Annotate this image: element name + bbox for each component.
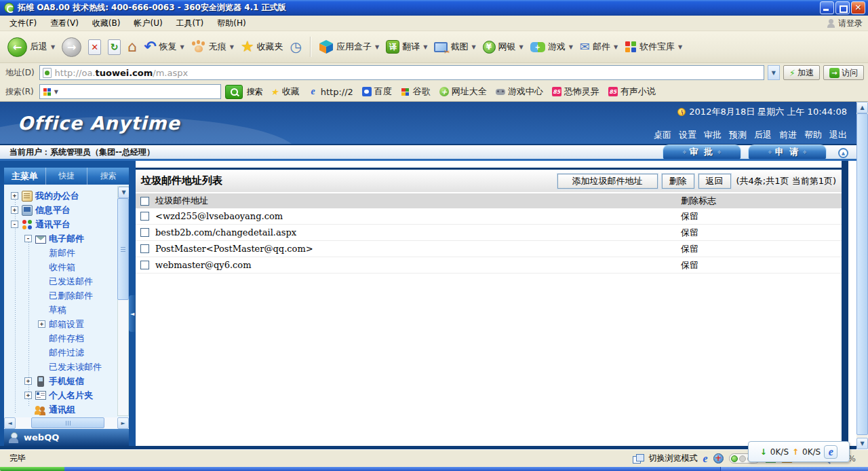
tree-item[interactable]: 收件箱 [4,260,116,274]
menu-item[interactable]: 帐户(U) [130,16,172,31]
tree-item-label[interactable]: 电子邮件 [49,233,84,245]
sidebar-vertical-scrollbar[interactable]: ▲ ▼ [117,186,129,416]
search-go-button[interactable] [225,85,243,99]
start-button-edge[interactable] [0,467,64,471]
tab-shortcuts[interactable]: 快捷 [46,168,88,185]
banner-link[interactable]: 预测 [729,129,747,141]
delete-button[interactable]: 删除 [662,174,694,189]
translate-button[interactable]: 译 翻译▼ [382,38,431,56]
add-spam-address-button[interactable]: 添加垃圾邮件地址 [557,174,658,189]
scroll-down-icon[interactable]: ▼ [856,438,868,449]
refresh-button[interactable]: ↻ [104,37,124,57]
accelerate-button[interactable]: ⚡加速 [783,65,820,80]
tree-item-label[interactable]: 邮件过滤 [49,347,84,359]
tree-expander-icon[interactable]: + [38,320,45,328]
sidebar-horizontal-scrollbar[interactable]: ◄ ► [4,417,129,429]
tree-expander-icon[interactable]: + [24,392,32,399]
quick-link[interactable]: 游戏中心 [496,86,543,98]
chevron-down-icon[interactable]: ▼ [471,44,475,50]
banner-link[interactable]: 审批 [704,129,722,141]
favorites-button[interactable]: ★ 收藏夹 [237,37,287,56]
tree-item[interactable]: 已发送邮件 [4,274,116,288]
banner-link[interactable]: 退出 [829,129,847,141]
incognito-button[interactable]: 无痕▼ [188,38,237,56]
tree-expander-icon[interactable]: + [11,192,18,200]
quick-link[interactable]: http://2 [309,87,353,97]
ie-engine-icon[interactable]: e [703,454,708,464]
chevron-down-icon[interactable]: ▼ [54,89,58,95]
browse-mode-icon[interactable] [633,454,644,463]
apply-tab-button[interactable]: 申 请 [748,145,827,159]
banner-link[interactable]: 桌面 [654,129,671,141]
tree-item-label[interactable]: 草稿 [49,304,66,316]
tree-item[interactable]: 邮件存档 [4,331,116,345]
chevron-down-icon[interactable]: ▼ [180,44,184,50]
tree-item-label[interactable]: 信息平台 [35,204,71,216]
netbank-button[interactable]: ¥ 网银▼ [479,39,527,56]
return-button[interactable]: 返回 [698,174,731,189]
search-button-label[interactable]: 搜索 [247,86,263,98]
tree-item[interactable]: 通讯组 [4,402,116,417]
scrollbar-thumb[interactable] [31,417,104,428]
browse-mode-label[interactable]: 切换浏览模式 [649,453,698,464]
tree-item[interactable]: + 个人名片夹 [4,388,116,402]
quick-link[interactable]: 谷歌 [401,86,431,98]
tree-item-label[interactable]: 邮箱设置 [49,318,84,331]
tab-search[interactable]: 搜索 [87,168,129,185]
scroll-right-icon[interactable]: ► [117,417,129,429]
banner-link[interactable]: 前进 [779,129,797,141]
tree-item-label[interactable]: 通讯平台 [35,219,71,231]
scrollbar-thumb[interactable] [117,198,129,300]
games-button[interactable]: + 游戏▼ [527,39,576,55]
login-link[interactable]: 请登录 [827,18,863,29]
home-button[interactable]: ⌂ [124,37,140,56]
browser-vertical-scrollbar[interactable]: ▲ ▼ [856,102,868,449]
tree-item[interactable]: 已发未读邮件 [4,360,116,374]
row-checkbox[interactable] [140,244,149,253]
chevron-down-icon[interactable]: ▼ [519,44,524,50]
banner-link[interactable]: 帮助 [804,129,822,141]
forward-button[interactable]: → [58,35,85,59]
scrollbar-thumb[interactable] [856,113,868,435]
chevron-down-icon[interactable]: ▼ [569,44,573,50]
approve-tab-button[interactable]: 审 批 [663,145,741,159]
tree-item[interactable]: + 信息平台 [4,203,116,217]
menu-item[interactable]: 文件(F) [5,16,46,31]
collapse-up-button[interactable]: ▲ [838,148,848,158]
sidebar-collapse-handle[interactable]: ◄ [129,295,136,332]
banner-link[interactable]: 设置 [679,129,696,141]
webqq-bar[interactable]: webQQ [4,429,129,446]
tree-item-label[interactable]: 已发未读邮件 [49,361,102,373]
close-button[interactable] [851,1,865,14]
tree-item-label[interactable]: 个人名片夹 [49,390,93,402]
tree-item[interactable]: - 通讯平台 [4,217,116,231]
tree-item-label[interactable]: 手机短信 [49,375,84,388]
row-checkbox[interactable] [140,261,149,269]
restore-session-button[interactable]: ↶ 恢复▼ [140,37,188,56]
tree-item[interactable]: + 邮箱设置 [4,317,116,331]
tree-item[interactable]: 已删除邮件 [4,288,116,303]
quick-link[interactable]: 恐怖灵异 [552,86,599,98]
select-all-checkbox[interactable] [140,197,149,206]
screenshot-button[interactable]: 截图▼ [431,39,479,55]
tree-expander-icon[interactable]: + [24,377,32,385]
tree-item[interactable]: 草稿 [4,303,116,317]
quick-link[interactable]: 有声小说 [608,86,656,98]
tree-item[interactable]: - 电子邮件 [4,231,116,246]
history-button[interactable]: ◷ [287,38,305,56]
go-button[interactable]: →访问 [823,65,864,80]
quick-link[interactable]: 网址大全 [439,86,487,98]
scroll-left-icon[interactable]: ◄ [4,417,16,429]
software-store-button[interactable]: 软件宝库▼ [621,39,686,55]
tree-expander-icon[interactable]: - [11,221,18,228]
tree-item-label[interactable]: 邮件存档 [49,333,84,345]
scroll-up-icon[interactable]: ▲ [856,102,868,113]
menu-item[interactable]: 工具(T) [172,16,214,31]
tree-item-label[interactable]: 通讯组 [49,404,75,416]
chevron-down-icon[interactable]: ▼ [678,44,682,50]
chevron-down-icon[interactable]: ▼ [614,44,618,50]
scroll-down-icon[interactable]: ▼ [118,187,129,198]
chevron-down-icon[interactable]: ▼ [423,44,427,50]
menu-item[interactable]: 帮助(H) [213,16,255,31]
tree-expander-icon[interactable]: + [11,206,18,214]
